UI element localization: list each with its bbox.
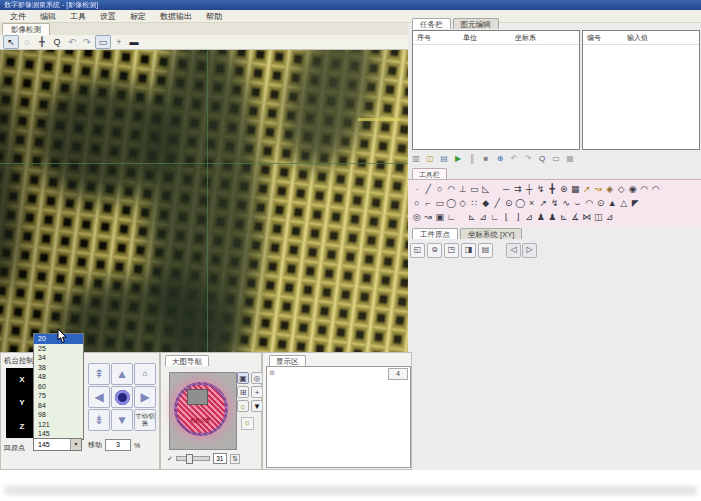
measure-tool-icon[interactable]: ⋈ bbox=[581, 211, 593, 224]
measure-tool-icon[interactable]: ↯ bbox=[535, 183, 547, 196]
measure-tool-icon[interactable]: ◉ bbox=[627, 183, 639, 196]
menu-item[interactable]: 标定 bbox=[124, 11, 152, 22]
measure-tool-icon[interactable]: ○ bbox=[411, 197, 423, 210]
light-bulb-button[interactable]: ☼ bbox=[241, 417, 254, 430]
measure-tool-icon[interactable]: ⊙ bbox=[595, 197, 607, 210]
measure-tool-icon[interactable]: ∡ bbox=[570, 211, 582, 224]
measure-tool-icon[interactable]: ◠ bbox=[650, 183, 662, 196]
tab-task-list[interactable]: 任务栏 bbox=[412, 18, 451, 29]
measure-tool-icon[interactable]: ∷ bbox=[469, 197, 481, 210]
view-tool-icon[interactable]: ▬ bbox=[127, 36, 141, 48]
measure-tool-icon[interactable]: ◈ bbox=[604, 183, 616, 196]
file-tool-icon[interactable]: ▤ bbox=[438, 153, 450, 165]
measure-tool-icon[interactable]: ╱ bbox=[423, 183, 435, 196]
measure-tool-icon[interactable]: ▲ bbox=[607, 197, 619, 210]
measure-tool-icon[interactable]: ▣ bbox=[434, 211, 446, 224]
measure-tool-icon[interactable]: ♟ bbox=[547, 211, 559, 224]
measure-tool-icon[interactable]: ↝ bbox=[423, 211, 435, 224]
menu-item[interactable]: 工具 bbox=[64, 11, 92, 22]
jog-z-down-button[interactable]: ⇟ bbox=[88, 409, 110, 431]
measure-tool-icon[interactable]: ⊙ bbox=[503, 197, 515, 210]
file-tool-icon[interactable]: ▥ bbox=[410, 153, 422, 165]
measure-tool-icon[interactable]: ╱ bbox=[492, 197, 504, 210]
jog-x-left-button[interactable]: ◀ bbox=[88, 386, 110, 408]
origin-nav-icon[interactable]: ▷ bbox=[522, 243, 537, 258]
measure-tool-icon[interactable]: ⊾ bbox=[466, 211, 478, 224]
magnification-option[interactable]: 121 bbox=[34, 420, 83, 430]
file-tool-icon[interactable]: ║ bbox=[466, 153, 478, 165]
measure-tool-icon[interactable]: ◎ bbox=[411, 211, 423, 224]
magnification-option[interactable]: 38 bbox=[34, 363, 83, 373]
view-tool-icon[interactable]: ╋ bbox=[35, 36, 49, 48]
measure-tool-icon[interactable]: ↗ bbox=[538, 197, 550, 210]
measure-tool-icon[interactable]: ⌊ bbox=[501, 211, 513, 224]
measure-tool-icon[interactable]: ⊥ bbox=[457, 183, 469, 196]
jog-stop-button[interactable] bbox=[111, 386, 133, 408]
measure-tool-icon[interactable]: ⊛ bbox=[558, 183, 570, 196]
measure-tool-icon[interactable]: ↝ bbox=[593, 183, 605, 196]
measure-tool-icon[interactable]: ◆ bbox=[480, 197, 492, 210]
magnification-option[interactable]: 34 bbox=[34, 353, 83, 363]
magnification-option[interactable]: 75 bbox=[34, 391, 83, 401]
jog-z-up-button[interactable]: ⇞ bbox=[88, 363, 110, 385]
file-tool-icon[interactable]: ↷ bbox=[522, 153, 534, 165]
measure-tool-icon[interactable]: ⊾ bbox=[558, 211, 570, 224]
view-tool-icon[interactable]: ↖ bbox=[3, 35, 19, 49]
camera-view[interactable] bbox=[0, 50, 408, 352]
jog-inch-toggle-button[interactable]: 寸动/切换 bbox=[134, 409, 156, 431]
file-tool-icon[interactable]: ⊕ bbox=[494, 153, 506, 165]
measure-tool-icon[interactable]: ─ bbox=[501, 183, 513, 196]
tab-display[interactable]: 显示区 bbox=[269, 355, 306, 366]
magnification-option[interactable]: 60 bbox=[34, 382, 83, 392]
origin-tool-icon[interactable]: ◱ bbox=[410, 243, 425, 258]
measure-tool-icon[interactable]: ◯ bbox=[446, 197, 458, 210]
jog-y-up-button[interactable]: ▲ bbox=[111, 363, 133, 385]
measure-tool-icon[interactable]: ♟ bbox=[535, 211, 547, 224]
measure-tool-icon[interactable]: ⌣ bbox=[572, 197, 584, 210]
spinner-icon[interactable]: ⇅ bbox=[230, 454, 240, 464]
origin-tool-icon[interactable]: ◨ bbox=[461, 243, 476, 258]
measure-tool-icon[interactable]: ⇉ bbox=[512, 183, 524, 196]
file-tool-icon[interactable]: ■ bbox=[480, 153, 492, 165]
measure-tool-icon[interactable]: ∙ bbox=[411, 183, 423, 196]
measure-tool-icon[interactable]: ╋ bbox=[547, 183, 559, 196]
value-list-table[interactable]: 编号 输入值 bbox=[582, 30, 700, 150]
display-spinner[interactable]: 4 bbox=[388, 368, 408, 380]
menu-item[interactable]: 文件 bbox=[4, 11, 32, 22]
measure-tool-icon[interactable]: ◯ bbox=[515, 197, 527, 210]
measure-tool-icon[interactable]: ⌋ bbox=[512, 211, 524, 224]
title-bar[interactable]: 数字影像测量系统 - [影像检测] bbox=[0, 0, 701, 10]
measure-tool-icon[interactable]: ◠ bbox=[446, 183, 458, 196]
tab-workpiece-origin[interactable]: 工件原点 bbox=[412, 228, 458, 239]
measure-tool-icon[interactable]: ◠ bbox=[584, 197, 596, 210]
jog-y-down-button[interactable]: ▼ bbox=[111, 409, 133, 431]
tab-navigator[interactable]: 大图导航 bbox=[165, 355, 209, 366]
view-tool-icon[interactable]: Q bbox=[50, 36, 64, 48]
measure-tool-icon[interactable]: ⌐ bbox=[423, 197, 435, 210]
menu-item[interactable]: 帮助 bbox=[200, 11, 228, 22]
measure-tool-icon[interactable]: ◇ bbox=[457, 197, 469, 210]
navigator-mode-button[interactable]: ☼ bbox=[237, 400, 249, 412]
magnification-option[interactable]: 48 bbox=[34, 372, 83, 382]
measure-tool-icon[interactable]: ↯ bbox=[549, 197, 561, 210]
file-tool-icon[interactable]: ▭ bbox=[550, 153, 562, 165]
menu-item[interactable]: 数据输出 bbox=[154, 11, 198, 22]
zoom-slider[interactable] bbox=[176, 456, 210, 461]
view-tool-icon[interactable]: ◌ bbox=[20, 36, 34, 48]
measure-tool-icon[interactable]: ∟ bbox=[446, 211, 458, 224]
file-tool-icon[interactable]: ◫ bbox=[424, 153, 436, 165]
navigator-mode-button[interactable]: ▣ bbox=[237, 372, 249, 384]
jog-home-button[interactable]: ⌂ bbox=[134, 363, 156, 385]
measure-tool-icon[interactable]: ▦ bbox=[570, 183, 582, 196]
origin-tool-icon[interactable]: ⊜ bbox=[427, 243, 442, 258]
navigator-thumbnail[interactable]: 相机位置 bbox=[169, 372, 237, 450]
menu-item[interactable]: 编辑 bbox=[34, 11, 62, 22]
measure-tool-icon[interactable]: ∿ bbox=[561, 197, 573, 210]
measure-tool-icon[interactable]: ┼ bbox=[524, 183, 536, 196]
file-tool-icon[interactable]: ↶ bbox=[508, 153, 520, 165]
file-tool-icon[interactable]: ▦ bbox=[564, 153, 576, 165]
magnification-option[interactable]: 25 bbox=[34, 344, 83, 354]
check-icon[interactable]: ✓ bbox=[167, 455, 173, 463]
speed-input[interactable]: 3 bbox=[105, 439, 131, 451]
measure-tool-icon[interactable]: ∟ bbox=[489, 211, 501, 224]
